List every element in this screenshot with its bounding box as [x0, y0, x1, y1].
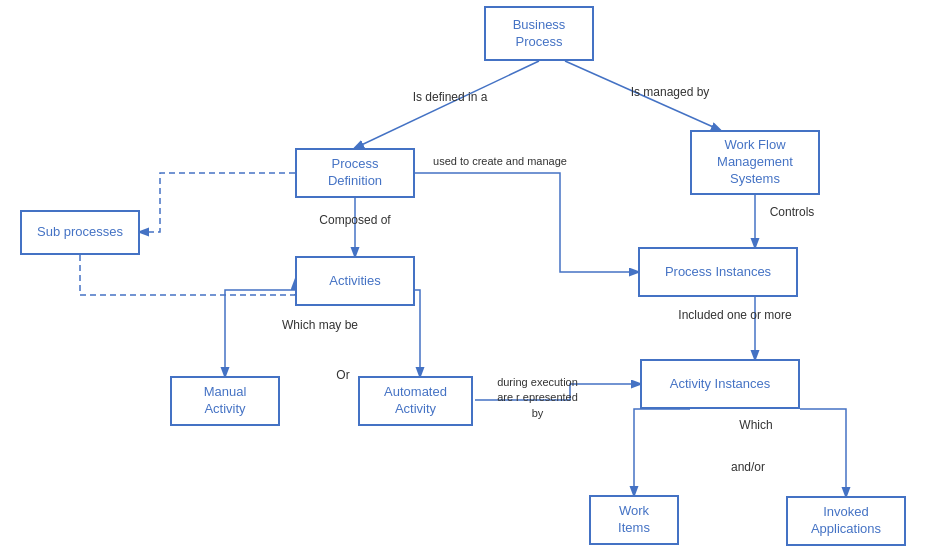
- diagram-svg: [0, 0, 950, 556]
- node-work-items: WorkItems: [589, 495, 679, 545]
- label-controls: Controls: [762, 205, 822, 219]
- node-activity-instances: Activity Instances: [640, 359, 800, 409]
- label-which: Which: [726, 418, 786, 432]
- node-manual-activity: ManualActivity: [170, 376, 280, 426]
- node-sub-processes: Sub processes: [20, 210, 140, 255]
- label-is-defined-in-a: Is defined in a: [390, 90, 510, 104]
- node-process-instances: Process Instances: [638, 247, 798, 297]
- diagram-container: Business Process ProcessDefinition Work …: [0, 0, 950, 556]
- label-composed-of: Composed of: [310, 213, 400, 227]
- node-workflow-mgmt: Work FlowManagementSystems: [690, 130, 820, 195]
- node-process-definition: ProcessDefinition: [295, 148, 415, 198]
- label-during-execution: during execution are r epresented by: [495, 375, 580, 421]
- node-business-process: Business Process: [484, 6, 594, 61]
- label-included-one-or-more: Included one or more: [670, 308, 800, 322]
- node-activities: Activities: [295, 256, 415, 306]
- node-invoked-apps: InvokedApplications: [786, 496, 906, 546]
- label-which-may-be: Which may be: [270, 318, 370, 332]
- svg-line-3: [355, 61, 539, 148]
- label-and-or: and/or: [718, 460, 778, 474]
- label-or: Or: [328, 368, 358, 382]
- node-automated-activity: AutomatedActivity: [358, 376, 473, 426]
- label-is-managed-by: Is managed by: [615, 85, 725, 99]
- label-used-to-create: used to create and manage: [430, 155, 570, 167]
